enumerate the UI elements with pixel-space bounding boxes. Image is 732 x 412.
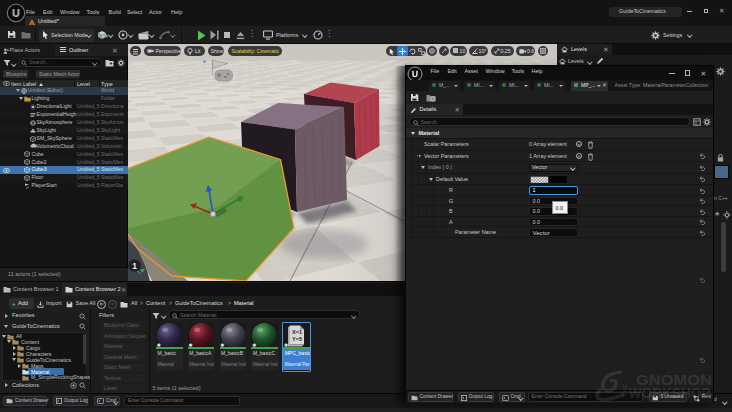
svg-text:Y=5: Y=5	[292, 336, 302, 342]
svg-text:WORKSHOP: WORKSHOP	[629, 385, 711, 401]
svg-text:X=1: X=1	[292, 329, 302, 335]
svg-text:1: 1	[132, 261, 137, 271]
